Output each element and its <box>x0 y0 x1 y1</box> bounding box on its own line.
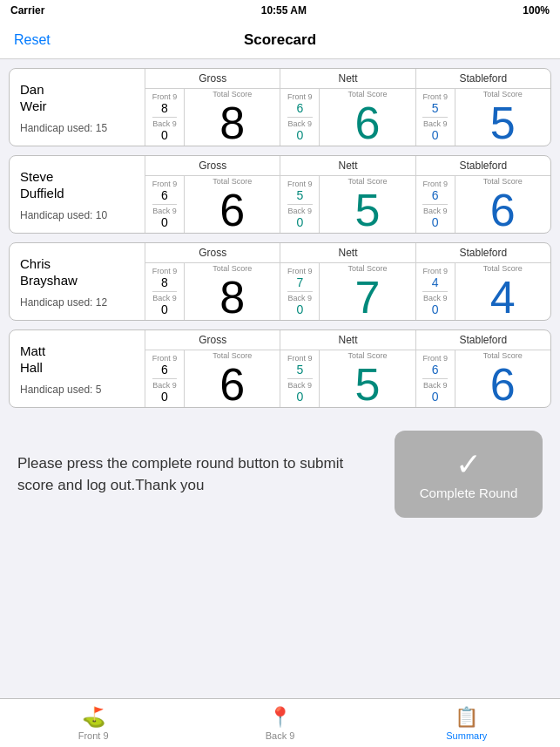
gross-fb-chris-brayshaw: Front 9 8 Back 9 0 <box>145 263 185 320</box>
gross-section-dan-weir: Gross Front 9 8 Back 9 0 <box>145 69 280 146</box>
nett-back9-steve-duffield: 0 <box>296 215 303 229</box>
stableford-total-col-matt-hall: Total Score 6 <box>455 350 550 407</box>
gross-front9-matt-hall: 6 <box>161 363 168 377</box>
nett-section-chris-brayshaw: Nett Front 9 7 Back 9 0 T <box>280 243 415 320</box>
tab-icon-summary: 📋 <box>455 706 478 729</box>
gross-back9-dan-weir: 0 <box>161 128 168 142</box>
gross-total-col-dan-weir: Total Score 8 <box>185 89 280 146</box>
tab-label-front9: Front 9 <box>78 730 109 741</box>
stableford-back9-chris-brayshaw: 0 <box>432 302 439 316</box>
nav-title: Scorecard <box>244 31 316 49</box>
player-name-steve-duffield: SteveDuffield <box>20 168 134 202</box>
complete-round-label: Complete Round <box>420 486 518 500</box>
stableford-section-matt-hall: Stableford Front 9 6 Back 9 0 <box>416 330 550 407</box>
tab-front9[interactable]: ⛳ Front 9 <box>0 706 186 741</box>
bottom-area: Please press the complete round button t… <box>9 417 551 525</box>
gross-total-dan-weir: 8 <box>219 100 245 146</box>
reset-button[interactable]: Reset <box>14 32 51 48</box>
stableford-section-steve-duffield: Stableford Front 9 6 Back 9 0 <box>416 156 550 233</box>
stableford-total-col-dan-weir: Total Score 5 <box>455 89 550 146</box>
checkmark-icon: ✓ <box>455 449 482 480</box>
bottom-message: Please press the complete round button t… <box>17 452 381 497</box>
nett-fb-steve-duffield: Front 9 5 Back 9 0 <box>280 176 320 233</box>
stableford-fb-dan-weir: Front 9 5 Back 9 0 <box>416 89 455 146</box>
nett-section-dan-weir: Nett Front 9 6 Back 9 0 T <box>280 69 415 146</box>
nett-total-matt-hall: 5 <box>355 362 381 407</box>
nett-front9-matt-hall: 5 <box>296 363 303 377</box>
nav-bar: Reset Scorecard <box>0 21 560 59</box>
nett-total-col-steve-duffield: Total Score 5 <box>320 176 415 233</box>
tab-label-summary: Summary <box>446 730 487 741</box>
player-name-chris-brayshaw: ChrisBrayshaw <box>20 255 134 289</box>
nett-total-dan-weir: 6 <box>355 100 381 146</box>
player-name-matt-hall: MattHall <box>20 343 134 377</box>
gross-total-col-steve-duffield: Total Score 6 <box>185 176 280 233</box>
tab-summary[interactable]: 📋 Summary <box>374 706 560 741</box>
nett-back9-dan-weir: 0 <box>296 128 303 142</box>
nett-fb-chris-brayshaw: Front 9 7 Back 9 0 <box>280 263 320 320</box>
gross-front9-chris-brayshaw: 8 <box>161 275 168 289</box>
score-sections-steve-duffield: Gross Front 9 6 Back 9 0 <box>145 156 550 233</box>
stableford-total-col-chris-brayshaw: Total Score 4 <box>455 263 550 320</box>
stableford-front9-matt-hall: 6 <box>432 363 439 377</box>
gross-header-matt-hall: Gross <box>145 330 280 350</box>
handicap-dan-weir: Handicap used: 15 <box>20 122 134 134</box>
stableford-back9-matt-hall: 0 <box>432 390 439 404</box>
score-sections-matt-hall: Gross Front 9 6 Back 9 0 <box>145 330 550 407</box>
handicap-steve-duffield: Handicap used: 10 <box>20 209 134 221</box>
stableford-front9-steve-duffield: 6 <box>432 188 439 202</box>
stableford-fb-chris-brayshaw: Front 9 4 Back 9 0 <box>416 263 455 320</box>
stableford-section-dan-weir: Stableford Front 9 5 Back 9 0 <box>416 69 550 146</box>
nett-total-steve-duffield: 5 <box>355 187 381 233</box>
stableford-total-chris-brayshaw: 4 <box>490 275 516 320</box>
nett-total-col-matt-hall: Total Score 5 <box>320 350 415 407</box>
tab-label-back9: Back 9 <box>266 730 295 741</box>
player-card-steve-duffield: SteveDuffield Handicap used: 10 Gross Fr… <box>9 155 551 234</box>
stableford-total-col-steve-duffield: Total Score 6 <box>455 176 550 233</box>
gross-fb-steve-duffield: Front 9 6 Back 9 0 <box>145 176 185 233</box>
gross-back9-steve-duffield: 0 <box>161 215 168 229</box>
gross-total-col-chris-brayshaw: Total Score 8 <box>185 263 280 320</box>
stableford-back9-steve-duffield: 0 <box>432 215 439 229</box>
complete-round-button[interactable]: ✓ Complete Round <box>395 431 543 518</box>
handicap-chris-brayshaw: Handicap used: 12 <box>20 296 134 309</box>
nett-total-col-chris-brayshaw: Total Score 7 <box>320 263 415 320</box>
tab-back9[interactable]: 📍 Back 9 <box>186 706 373 741</box>
gross-header-chris-brayshaw: Gross <box>145 243 280 263</box>
handicap-matt-hall: Handicap used: 5 <box>20 384 134 396</box>
gross-header-steve-duffield: Gross <box>145 156 280 176</box>
gross-section-steve-duffield: Gross Front 9 6 Back 9 0 <box>145 156 280 233</box>
stableford-header-chris-brayshaw: Stableford <box>416 243 550 263</box>
gross-back9-chris-brayshaw: 0 <box>161 302 168 316</box>
player-info-dan-weir: DanWeir Handicap used: 15 <box>10 69 145 146</box>
tab-bar: ⛳ Front 9 📍 Back 9 📋 Summary <box>0 698 560 747</box>
battery-level: 100% <box>523 4 550 17</box>
stableford-total-steve-duffield: 6 <box>490 187 516 233</box>
nett-fb-matt-hall: Front 9 5 Back 9 0 <box>280 350 320 407</box>
nett-total-chris-brayshaw: 7 <box>355 275 381 320</box>
gross-back9-matt-hall: 0 <box>161 390 168 404</box>
nett-front9-dan-weir: 6 <box>296 101 303 115</box>
stableford-fb-steve-duffield: Front 9 6 Back 9 0 <box>416 176 455 233</box>
tab-icon-front9: ⛳ <box>82 706 105 729</box>
gross-fb-dan-weir: Front 9 8 Back 9 0 <box>145 89 185 146</box>
gross-section-chris-brayshaw: Gross Front 9 8 Back 9 0 <box>145 243 280 320</box>
status-bar: Carrier 10:55 AM 100% <box>0 0 560 21</box>
nett-back9-chris-brayshaw: 0 <box>296 302 303 316</box>
player-name-dan-weir: DanWeir <box>20 81 134 115</box>
nett-total-col-dan-weir: Total Score 6 <box>320 89 415 146</box>
carrier-text: Carrier <box>10 4 44 17</box>
stableford-front9-dan-weir: 5 <box>432 101 439 115</box>
nett-header-matt-hall: Nett <box>280 330 415 350</box>
nett-fb-dan-weir: Front 9 6 Back 9 0 <box>280 89 320 146</box>
gross-total-steve-duffield: 6 <box>219 187 245 233</box>
score-sections-chris-brayshaw: Gross Front 9 8 Back 9 0 <box>145 243 550 320</box>
gross-front9-steve-duffield: 6 <box>161 188 168 202</box>
stableford-total-dan-weir: 5 <box>490 100 516 146</box>
main-content: DanWeir Handicap used: 15 Gross Front 9 … <box>0 59 560 577</box>
score-sections-dan-weir: Gross Front 9 8 Back 9 0 <box>145 69 550 146</box>
gross-fb-matt-hall: Front 9 6 Back 9 0 <box>145 350 185 407</box>
nett-header-dan-weir: Nett <box>280 69 415 89</box>
stableford-back9-dan-weir: 0 <box>432 128 439 142</box>
stableford-section-chris-brayshaw: Stableford Front 9 4 Back 9 0 <box>416 243 550 320</box>
